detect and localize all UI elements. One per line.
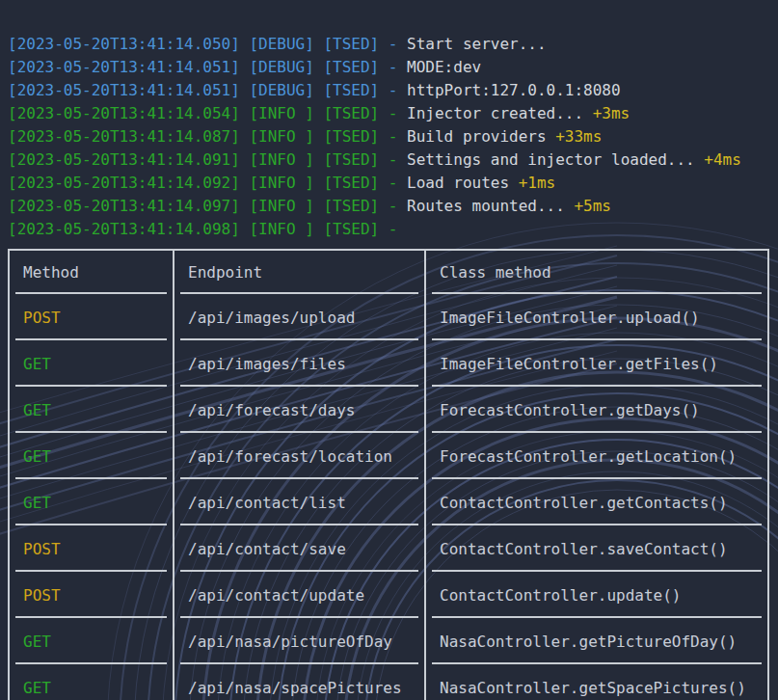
- log-message: Start server...: [407, 35, 547, 53]
- log-level: [INFO ]: [249, 174, 313, 192]
- route-method-cell: GET: [10, 387, 174, 433]
- route-class-method-cell: ForecastController.getDays(): [426, 387, 767, 433]
- log-message: httpPort:127.0.0.1:8080: [407, 81, 621, 99]
- log-message: MODE:dev: [407, 58, 481, 76]
- log-line: [2023-05-20T13:41:14.054] [INFO ] [TSED]…: [8, 101, 778, 124]
- log-separator-dash: -: [389, 58, 398, 76]
- route-endpoint-cell: /api/nasa/spacePictures: [174, 664, 426, 700]
- route-method-cell: GET: [10, 618, 174, 664]
- log-timestamp: [2023-05-20T13:41:14.087]: [8, 127, 240, 146]
- log-line: [2023-05-20T13:41:14.087] [INFO ] [TSED]…: [8, 124, 778, 148]
- log-level: [INFO ]: [249, 197, 313, 215]
- route-endpoint-cell: /api/images/files: [174, 340, 426, 387]
- log-timestamp: [2023-05-20T13:41:14.054]: [8, 104, 240, 122]
- log-message: Routes mounted...: [407, 197, 565, 215]
- log-tag: [TSED]: [323, 81, 379, 99]
- log-level: [INFO ]: [249, 127, 313, 146]
- log-level: [DEBUG]: [249, 58, 313, 76]
- log-duration: +33ms: [555, 127, 602, 146]
- log-message: Settings and injector loaded...: [407, 150, 695, 169]
- log-level: [INFO ]: [249, 150, 313, 169]
- route-class-method-cell: ImageFileController.getFiles(): [426, 340, 767, 387]
- route-endpoint-cell: /api/forecast/location: [174, 433, 426, 479]
- log-level: [INFO ]: [249, 220, 313, 238]
- route-method-cell: GET: [10, 433, 174, 479]
- route-class-method-cell: ImageFileController.upload(): [426, 294, 767, 340]
- log-level: [DEBUG]: [249, 81, 313, 99]
- route-method-cell: POST: [10, 572, 174, 618]
- log-timestamp: [2023-05-20T13:41:14.098]: [8, 220, 240, 238]
- log-line: [2023-05-20T13:41:14.051] [DEBUG] [TSED]…: [8, 55, 778, 78]
- route-method-cell: POST: [10, 525, 174, 572]
- column-header-endpoint: Endpoint: [174, 251, 426, 294]
- log-line: [2023-05-20T13:41:14.097] [INFO ] [TSED]…: [8, 194, 778, 217]
- log-timestamp: [2023-05-20T13:41:14.051]: [8, 81, 240, 99]
- route-endpoint-cell: /api/images/upload: [174, 294, 426, 340]
- route-class-method-cell: NasaController.getSpacePictures(): [426, 664, 767, 700]
- log-tag: [TSED]: [323, 104, 379, 122]
- log-tag: [TSED]: [323, 35, 379, 53]
- log-separator-dash: -: [389, 197, 398, 215]
- log-line: [2023-05-20T13:41:14.051] [DEBUG] [TSED]…: [8, 78, 778, 101]
- log-line: [2023-05-20T13:41:14.098] [INFO ] [TSED]…: [8, 217, 778, 240]
- log-tag: [TSED]: [323, 127, 379, 146]
- route-endpoint-cell: /api/contact/save: [174, 525, 426, 572]
- route-method-cell: POST: [10, 294, 174, 340]
- log-output: [2023-05-20T13:41:14.050] [DEBUG] [TSED]…: [0, 0, 778, 240]
- column-header-class-method: Class method: [426, 251, 767, 294]
- route-class-method-cell: ForecastController.getLocation(): [426, 433, 767, 479]
- log-timestamp: [2023-05-20T13:41:14.050]: [8, 35, 240, 53]
- log-line: [2023-05-20T13:41:14.091] [INFO ] [TSED]…: [8, 148, 778, 171]
- column-header-method: Method: [10, 251, 174, 294]
- route-class-method-cell: ContactController.getContacts(): [426, 479, 767, 525]
- log-level: [DEBUG]: [249, 35, 313, 53]
- log-duration: +4ms: [704, 150, 741, 169]
- route-endpoint-cell: /api/nasa/pictureOfDay: [174, 618, 426, 664]
- route-method-cell: GET: [10, 340, 174, 387]
- log-separator-dash: -: [389, 220, 398, 238]
- log-separator-dash: -: [389, 150, 398, 169]
- log-level: [INFO ]: [249, 104, 313, 122]
- log-tag: [TSED]: [323, 220, 379, 238]
- log-message: Injector created...: [407, 104, 583, 122]
- log-separator-dash: -: [389, 81, 398, 99]
- routes-table: Method Endpoint Class method POST /api/i…: [8, 249, 769, 700]
- log-separator-dash: -: [389, 127, 398, 146]
- log-message: Build providers: [407, 127, 547, 146]
- log-timestamp: [2023-05-20T13:41:14.092]: [8, 174, 240, 192]
- route-endpoint-cell: /api/contact/update: [174, 572, 426, 618]
- log-separator-dash: -: [389, 35, 398, 53]
- terminal-screen[interactable]: [2023-05-20T13:41:14.050] [DEBUG] [TSED]…: [0, 0, 778, 700]
- log-message: Load routes: [407, 174, 509, 192]
- route-method-cell: GET: [10, 479, 174, 525]
- route-class-method-cell: NasaController.getPictureOfDay(): [426, 618, 767, 664]
- log-tag: [TSED]: [323, 174, 379, 192]
- log-duration: +5ms: [574, 197, 611, 215]
- route-method-cell: GET: [10, 664, 174, 700]
- log-separator-dash: -: [389, 174, 398, 192]
- log-timestamp: [2023-05-20T13:41:14.051]: [8, 58, 240, 76]
- log-tag: [TSED]: [323, 150, 379, 169]
- log-timestamp: [2023-05-20T13:41:14.091]: [8, 150, 240, 169]
- log-line: [2023-05-20T13:41:14.092] [INFO ] [TSED]…: [8, 171, 778, 194]
- log-tag: [TSED]: [323, 197, 379, 215]
- log-tag: [TSED]: [323, 58, 379, 76]
- log-timestamp: [2023-05-20T13:41:14.097]: [8, 197, 240, 215]
- route-class-method-cell: ContactController.update(): [426, 572, 767, 618]
- log-line: [2023-05-20T13:41:14.050] [DEBUG] [TSED]…: [8, 32, 778, 55]
- log-duration: +1ms: [519, 174, 556, 192]
- log-duration: +3ms: [593, 104, 630, 122]
- route-class-method-cell: ContactController.saveContact(): [426, 525, 767, 572]
- route-endpoint-cell: /api/forecast/days: [174, 387, 426, 433]
- route-endpoint-cell: /api/contact/list: [174, 479, 426, 525]
- log-separator-dash: -: [389, 104, 398, 122]
